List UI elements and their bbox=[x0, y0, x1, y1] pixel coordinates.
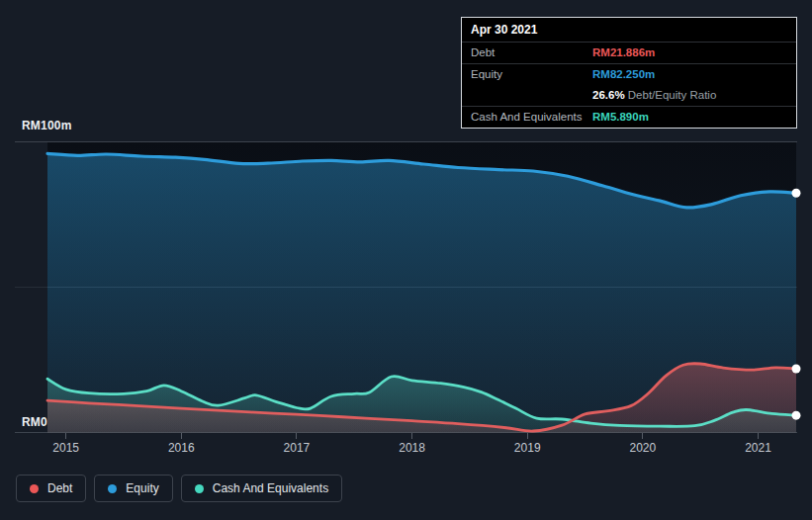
debt-equity-ratio-value: 26.6% bbox=[592, 89, 625, 101]
legend-label-cash: Cash And Equivalents bbox=[213, 481, 328, 495]
cash-series-dot-icon bbox=[195, 484, 204, 493]
legend-item-debt[interactable]: Debt bbox=[16, 475, 86, 502]
tooltip-equity-label: Equity bbox=[471, 67, 592, 82]
x-axis-label-2016: 2016 bbox=[157, 441, 205, 455]
x-axis-label-2018: 2018 bbox=[389, 441, 436, 455]
x-axis-label-2019: 2019 bbox=[503, 441, 551, 455]
y-axis-label-bottom: RM0 bbox=[22, 415, 47, 429]
debt-series-dot-icon bbox=[30, 484, 39, 493]
debt-endpoint-marker[interactable] bbox=[792, 365, 801, 374]
x-axis-label-2020: 2020 bbox=[619, 441, 667, 455]
tooltip-row-debt: Debt RM21.886m bbox=[462, 43, 796, 64]
tooltip-date: Apr 30 2021 bbox=[462, 18, 796, 43]
tooltip-debt-label: Debt bbox=[471, 45, 592, 60]
x-axis-label-2015: 2015 bbox=[43, 441, 90, 455]
x-axis-label-2021: 2021 bbox=[735, 441, 782, 455]
equity-series-dot-icon bbox=[108, 484, 117, 493]
tooltip-row-ratio: 26.6% Debt/Equity Ratio bbox=[462, 85, 796, 107]
tooltip-cash-value: RM5.890m bbox=[592, 110, 649, 125]
equity-endpoint-marker[interactable] bbox=[792, 189, 801, 198]
x-axis-label-2017: 2017 bbox=[273, 441, 320, 455]
tooltip-cash-label: Cash And Equivalents bbox=[471, 110, 592, 125]
chart-tooltip: Apr 30 2021 Debt RM21.886m Equity RM82.2… bbox=[461, 17, 797, 129]
tooltip-equity-value: RM82.250m bbox=[592, 67, 655, 82]
debt-equity-ratio-label: Debt/Equity Ratio bbox=[628, 89, 717, 101]
tooltip-row-cash: Cash And Equivalents RM5.890m bbox=[462, 107, 796, 128]
legend-label-equity: Equity bbox=[126, 481, 158, 495]
legend-item-equity[interactable]: Equity bbox=[94, 475, 172, 502]
legend: Debt Equity Cash And Equivalents bbox=[16, 475, 342, 502]
tooltip-row-equity: Equity RM82.250m bbox=[462, 64, 796, 85]
cash-and-equivalents-endpoint-marker[interactable] bbox=[792, 411, 801, 420]
legend-item-cash[interactable]: Cash And Equivalents bbox=[181, 475, 342, 502]
page: RM100m RM0 2015201620172018201920202021 … bbox=[0, 0, 812, 520]
tooltip-debt-value: RM21.886m bbox=[592, 45, 655, 60]
legend-label-debt: Debt bbox=[47, 481, 72, 495]
y-axis-label-top: RM100m bbox=[22, 119, 72, 132]
